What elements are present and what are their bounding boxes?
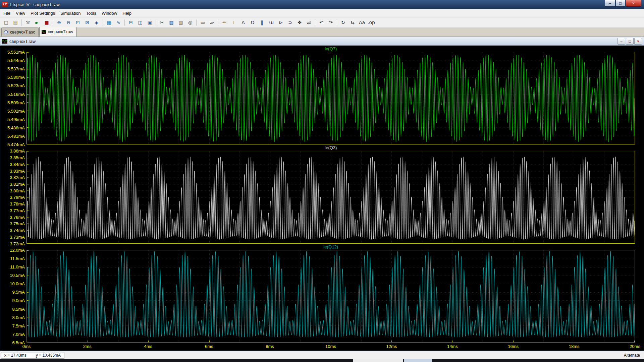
child-maximize-button[interactable]: □	[626, 38, 634, 45]
resistor-icon: Ω	[251, 20, 255, 25]
app-icon-text: LT	[3, 3, 6, 6]
menu-plot-settings[interactable]: Plot Settings	[28, 9, 58, 17]
toolbar-zoom-full-extents-button[interactable]: ⊠	[83, 18, 92, 27]
grid-icon: ▦	[107, 20, 111, 25]
menu-simulation[interactable]: Simulation	[58, 9, 84, 17]
mark-data-points-icon: ∿	[116, 20, 120, 25]
statusbar: x = 17.43ms y = 10.435mA Alternate	[0, 351, 644, 359]
x-tick-label: 8ms	[266, 344, 274, 349]
toolbar-rotate-button[interactable]: ↻	[339, 18, 347, 27]
child-titlebar[interactable]: сверчокТ.raw – □ ×	[0, 37, 644, 46]
open-icon: ▤	[13, 20, 17, 25]
toolbar-open-button[interactable]: ▤	[11, 18, 20, 27]
pane-title-ie-q3-[interactable]: Ie(Q3)	[26, 145, 635, 150]
undo-icon: ↶	[319, 20, 323, 25]
toolbar-print-button[interactable]: ▭	[198, 18, 207, 27]
component-icon: ⊃	[288, 20, 292, 25]
waveform-pane-2[interactable]	[26, 151, 635, 243]
toolbar-zoom-in-button[interactable]: ⊕	[55, 18, 63, 27]
toolbar-run-button[interactable]: ►	[33, 18, 42, 27]
y-tick-label: 5.544mA	[7, 58, 25, 63]
close-button[interactable]: ×	[626, 0, 641, 7]
toolbar-control-panel-button[interactable]: ⚒	[23, 18, 32, 27]
x-tick-label: 10ms	[325, 344, 336, 349]
minimize-button[interactable]: –	[605, 0, 615, 7]
menu-tools[interactable]: Tools	[84, 9, 99, 17]
toolbar-text-button[interactable]: Aa	[358, 18, 366, 27]
waveform-canvas-1[interactable]	[27, 52, 635, 144]
cascade-windows-icon: ▣	[147, 20, 152, 25]
waveform-icon	[2, 39, 7, 44]
y-tick-label: 5.488mA	[7, 125, 25, 130]
zoom-in-icon: ⊕	[57, 20, 61, 25]
toolbar-zoom-area-button[interactable]: ⊡	[73, 18, 82, 27]
toolbar-undo-button[interactable]: ↶	[317, 18, 326, 27]
tab-сверчокт.asc[interactable]: сверчокТ.asc	[1, 27, 39, 37]
toolbar-cascade-windows-button[interactable]: ▣	[145, 18, 154, 27]
toolbar-tile-vertical-button[interactable]: ◫	[136, 18, 145, 27]
toolbar-label-net-button[interactable]: A	[239, 18, 248, 27]
waveform-canvas-3[interactable]	[27, 250, 635, 342]
waveform-canvas-2[interactable]	[27, 151, 635, 243]
zoom-out-icon: ⊖	[66, 20, 70, 25]
pane-title-ie-q12-[interactable]: Ie(Q12)	[26, 244, 635, 249]
cut-icon: ✂	[160, 20, 164, 25]
menu-view[interactable]: View	[13, 9, 28, 17]
draw-wire-icon: ✏	[222, 20, 226, 25]
schematic-icon	[4, 30, 8, 34]
y-tick-label: 3.86mA	[10, 148, 25, 154]
y-tick-label: 3.72mA	[10, 241, 25, 246]
x-tick-label: 6ms	[205, 344, 213, 349]
toolbar-new-schematic-button[interactable]: ▢	[2, 18, 10, 27]
toolbar-resistor-button[interactable]: Ω	[248, 18, 257, 27]
toolbar-copy-button[interactable]: ▥	[167, 18, 176, 27]
y-tick-label: 5.516mA	[7, 92, 25, 97]
pane-title-ic-q7-[interactable]: Ic(Q7)	[26, 46, 635, 51]
menu-help[interactable]: Help	[120, 9, 134, 17]
toolbar-zoom-out-button[interactable]: ⊖	[64, 18, 73, 27]
tab-сверчокт.raw[interactable]: сверчокТ.raw	[39, 27, 76, 37]
titlebar[interactable]: LT LTspice IV - сверчокТ.raw – □ ×	[0, 0, 644, 9]
taskbar-button[interactable]	[404, 359, 432, 362]
tab-label: сверчокТ.raw	[48, 29, 73, 34]
toolbar-find-button[interactable]: ◎	[186, 18, 195, 27]
toolbar-capacitor-button[interactable]: ‖	[258, 18, 266, 27]
toolbar-cut-button[interactable]: ✂	[158, 18, 166, 27]
toolbar-autorange-y-button[interactable]: ◈	[92, 18, 101, 27]
menu-window[interactable]: Window	[99, 9, 120, 17]
toolbar-draw-wire-button[interactable]: ✏	[220, 18, 229, 27]
y-tick-label: 3.81mA	[10, 182, 25, 187]
toolbar-drag-button[interactable]: ⇄	[305, 18, 313, 27]
y-tick-label: 3.85mA	[10, 155, 25, 160]
move-icon: ✥	[298, 20, 302, 25]
toolbar-inductor-button[interactable]: ɯ	[267, 18, 276, 27]
child-close-button[interactable]: ×	[634, 38, 642, 45]
toolbar-tile-horizontal-button[interactable]: ⊟	[126, 18, 135, 27]
toolbar-diode-button[interactable]: ⊳	[276, 18, 285, 27]
menu-file[interactable]: File	[1, 9, 13, 17]
toolbar-mirror-button[interactable]: ⇆	[348, 18, 357, 27]
y-tick-label: 10.5mA	[10, 273, 25, 278]
toolbar-paste-button[interactable]: ▧	[176, 18, 185, 27]
print-preview-icon: ▱	[210, 20, 214, 25]
toolbar-spice-directive-button[interactable]: .op	[367, 18, 376, 27]
waveform-pane-3[interactable]	[26, 250, 635, 343]
toolbar-print-preview-button[interactable]: ▱	[208, 18, 216, 27]
menubar: FileViewPlot SettingsSimulationToolsWind…	[0, 9, 644, 17]
maximize-button[interactable]: □	[615, 0, 625, 7]
taskbar-sliver	[0, 359, 644, 362]
y-tick-label: 9.5mA	[12, 290, 25, 295]
taskbar-button[interactable]	[353, 359, 403, 362]
child-minimize-button[interactable]: –	[618, 38, 625, 45]
waveform-pane-1[interactable]	[26, 52, 635, 144]
toolbar-mark-data-points-button[interactable]: ∿	[114, 18, 123, 27]
child-window-controls: – □ ×	[618, 38, 642, 45]
child-title: сверчокТ.raw	[9, 39, 36, 44]
toolbar-move-button[interactable]: ✥	[295, 18, 304, 27]
toolbar-ground-button[interactable]: ⊥	[229, 18, 238, 27]
toolbar-halt-button[interactable]: ■	[42, 18, 51, 27]
toolbar-redo-button[interactable]: ↷	[326, 18, 335, 27]
toolbar-grid-button[interactable]: ▦	[105, 18, 113, 27]
x-tick-label: 14ms	[447, 344, 458, 349]
toolbar-component-button[interactable]: ⊃	[286, 18, 294, 27]
